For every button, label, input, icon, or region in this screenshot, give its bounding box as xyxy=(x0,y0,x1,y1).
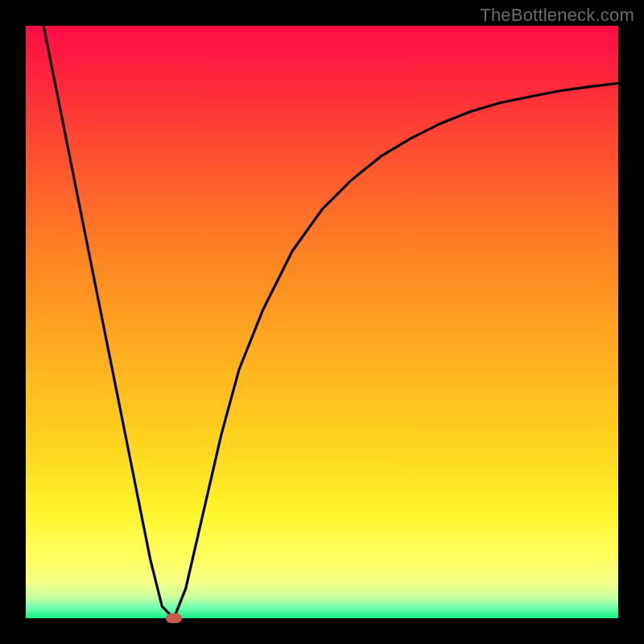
plot-area xyxy=(26,26,618,618)
curve-path xyxy=(43,26,618,618)
watermark-text: TheBottleneck.com xyxy=(480,5,634,26)
black-frame: TheBottleneck.com xyxy=(0,0,644,644)
optimal-point-marker xyxy=(166,613,182,623)
bottleneck-curve xyxy=(26,26,618,618)
